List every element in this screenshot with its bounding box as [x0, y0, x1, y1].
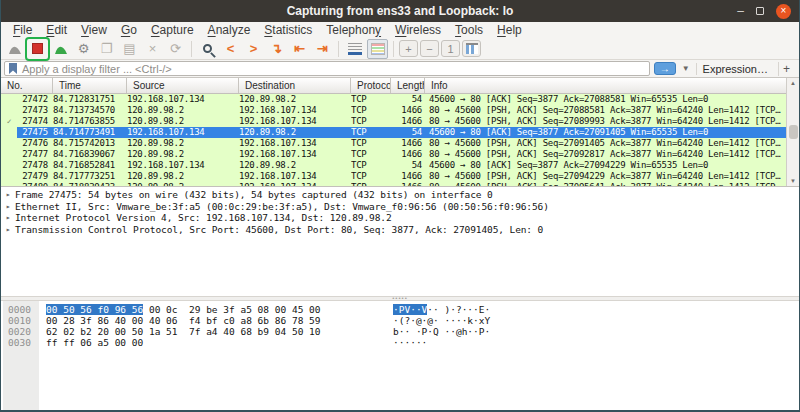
- column-header-no[interactable]: No.: [1, 78, 53, 93]
- column-header-time[interactable]: Time: [53, 78, 127, 93]
- packet-row[interactable]: 27472 84.712831751 192.168.107.134 120.8…: [1, 94, 799, 105]
- packet-source: 192.168.107.134: [127, 127, 239, 138]
- capture-start-icon[interactable]: [4, 39, 25, 59]
- go-first-packet-icon[interactable]: ⇤: [289, 39, 310, 59]
- hex-row[interactable]: 0030 ff ff 06 a5 00 00 ······: [1, 337, 799, 348]
- maximize-icon[interactable]: [756, 7, 764, 15]
- display-filter-input[interactable]: Apply a display filter ... <Ctrl-/>: [4, 61, 650, 76]
- packet-info: 80 → 45600 [PSH, ACK] Seq=27091405 Ack=3…: [425, 138, 785, 149]
- hex-bytes[interactable]: ff ff 06 a5 00 00: [46, 337, 346, 348]
- detail-row[interactable]: ▸ Transmission Control Protocol, Src Por…: [1, 224, 799, 236]
- open-file-icon[interactable]: ❐: [96, 39, 117, 59]
- minimize-icon[interactable]: –: [737, 6, 744, 16]
- packet-row[interactable]: 27475 84.714773491 192.168.107.134 120.8…: [1, 127, 799, 138]
- menu-item[interactable]: Analyze: [202, 23, 257, 38]
- resize-columns-icon[interactable]: [462, 40, 481, 57]
- column-header-protocol[interactable]: Protocol: [351, 78, 391, 93]
- zoom-100-icon[interactable]: 1: [441, 40, 460, 57]
- packet-no: 27478: [17, 160, 53, 171]
- scroll-down-icon[interactable]: ▼: [790, 178, 796, 184]
- main-toolbar: ⚙❐▤×⟳<>↴⇤⇥+−1: [1, 38, 799, 60]
- hex-ascii[interactable]: ·PV··V·· )·?···E·: [393, 304, 490, 315]
- column-header-source[interactable]: Source: [127, 78, 239, 93]
- filter-bookmark-icon[interactable]: [9, 63, 17, 74]
- packet-info: 80 → 45600 [PSH, ACK] Seq=27088581 Ack=3…: [425, 105, 785, 116]
- go-forward-icon[interactable]: >: [243, 39, 264, 59]
- packet-no: 27480: [17, 182, 53, 186]
- scrollbar-thumb[interactable]: [789, 125, 798, 139]
- menu-item[interactable]: Statistics: [258, 23, 318, 38]
- packet-time: 84.718839433: [53, 182, 127, 186]
- close-icon[interactable]: ×: [776, 4, 791, 19]
- detail-text: Transmission Control Protocol, Src Port:…: [15, 224, 543, 236]
- expression-button[interactable]: Expression…: [696, 63, 774, 75]
- expand-icon[interactable]: ▸: [1, 224, 15, 236]
- expand-icon[interactable]: ▸: [1, 189, 15, 201]
- menu-item[interactable]: Go: [115, 23, 143, 38]
- reload-icon[interactable]: ⟳: [165, 39, 186, 59]
- menu-item[interactable]: Edit: [40, 23, 73, 38]
- packet-row[interactable]: ✓ 27474 84.714763855 120.89.98.2 192.168…: [1, 116, 799, 127]
- filter-history-dropdown-icon[interactable]: ▼: [680, 64, 692, 73]
- toolbar-separator: [393, 41, 394, 57]
- expand-icon[interactable]: ▸: [1, 212, 15, 224]
- packet-source: 120.89.98.2: [127, 116, 239, 127]
- packet-row[interactable]: 27473 84.713734570 120.89.98.2 192.168.1…: [1, 105, 799, 116]
- menu-item[interactable]: View: [75, 23, 113, 38]
- hex-row[interactable]: 0000 00 50 56 f0 96 56 00 0c 29 be 3f a5…: [1, 304, 799, 315]
- hex-bytes[interactable]: 62 02 b2 20 00 50 1a 51 7f a4 40 68 b9 0…: [46, 326, 346, 337]
- hex-bytes[interactable]: 00 50 56 f0 96 56 00 0c 29 be 3f a5 08 0…: [46, 304, 346, 315]
- wireshark-window: Capturing from ens33 and Loopback: lo – …: [0, 0, 800, 412]
- packet-row[interactable]: 27476 84.715742013 120.89.98.2 192.168.1…: [1, 138, 799, 149]
- detail-row[interactable]: ▸ Internet Protocol Version 4, Src: 192.…: [1, 212, 799, 224]
- detail-row[interactable]: ▸ Ethernet II, Src: Vmware_be:3f:a5 (00:…: [1, 201, 799, 213]
- apply-filter-button[interactable]: →: [654, 62, 676, 75]
- packet-source: 120.89.98.2: [127, 149, 239, 160]
- go-last-packet-icon[interactable]: ⇥: [312, 39, 333, 59]
- packet-list-pane: No. Time Source Destination Protocol Len…: [1, 78, 799, 186]
- menu-bar: FileEditViewGoCaptureAnalyzeStatisticsTe…: [1, 22, 799, 38]
- close-capture-icon[interactable]: ×: [142, 39, 163, 59]
- menu-item[interactable]: Wireless: [389, 23, 447, 38]
- packet-list-scrollbar[interactable]: ▲ ▼: [786, 78, 799, 186]
- hex-bytes[interactable]: 00 28 3f 86 40 00 40 06 f4 bf c0 a8 6b 8…: [46, 315, 346, 326]
- packet-destination: 120.89.98.2: [239, 94, 351, 105]
- add-filter-button[interactable]: +: [778, 62, 796, 76]
- hex-ascii[interactable]: b·· ·P·Q ··@h··P·: [393, 326, 490, 337]
- hex-row[interactable]: 0010 00 28 3f 86 40 00 40 06 f4 bf c0 a8…: [1, 315, 799, 326]
- menu-item[interactable]: Telephony: [320, 23, 387, 38]
- expand-icon[interactable]: ▸: [1, 201, 15, 213]
- packet-destination: 192.168.107.134: [239, 138, 351, 149]
- column-header-destination[interactable]: Destination: [239, 78, 351, 93]
- auto-scroll-icon[interactable]: [344, 39, 365, 59]
- packet-protocol: TCP: [351, 160, 391, 171]
- packet-row[interactable]: 27479 84.717773251 120.89.98.2 192.168.1…: [1, 171, 799, 182]
- capture-stop-icon[interactable]: [27, 39, 48, 59]
- packet-row[interactable]: 27478 84.716852841 192.168.107.134 120.8…: [1, 160, 799, 171]
- capture-options-icon[interactable]: ⚙: [73, 39, 94, 59]
- scroll-up-icon[interactable]: ▲: [790, 80, 796, 86]
- find-packet-icon[interactable]: [197, 39, 218, 59]
- column-header-length[interactable]: Length: [391, 78, 425, 93]
- hex-row[interactable]: 0020 62 02 b2 20 00 50 1a 51 7f a4 40 68…: [1, 326, 799, 337]
- packet-row[interactable]: 27477 84.716839067 120.89.98.2 192.168.1…: [1, 149, 799, 160]
- menu-item[interactable]: Help: [491, 23, 528, 38]
- menu-item[interactable]: File: [7, 23, 38, 38]
- column-header-info[interactable]: Info: [425, 78, 785, 93]
- packet-time: 84.717773251: [53, 171, 127, 182]
- colorize-icon[interactable]: [367, 39, 388, 59]
- menu-item[interactable]: Tools: [449, 23, 489, 38]
- packet-row[interactable]: 27480 84.718839433 120.89.98.2 192.168.1…: [1, 182, 799, 186]
- capture-restart-icon[interactable]: [50, 39, 71, 59]
- menu-item[interactable]: Capture: [145, 23, 200, 38]
- zoom-out-icon[interactable]: −: [420, 40, 439, 57]
- save-file-icon[interactable]: ▤: [119, 39, 140, 59]
- related-packet-mark: [1, 127, 17, 138]
- detail-row[interactable]: ▸ Frame 27475: 54 bytes on wire (432 bit…: [1, 189, 799, 201]
- hex-ascii[interactable]: ······: [393, 337, 427, 348]
- hex-ascii[interactable]: ·(?·@·@· ····k·xY: [393, 315, 490, 326]
- zoom-in-icon[interactable]: +: [399, 40, 418, 57]
- go-back-icon[interactable]: <: [220, 39, 241, 59]
- go-to-packet-icon[interactable]: ↴: [266, 39, 287, 59]
- packet-info: 45600 → 80 [ACK] Seq=3877 Ack=27091405 W…: [425, 127, 785, 138]
